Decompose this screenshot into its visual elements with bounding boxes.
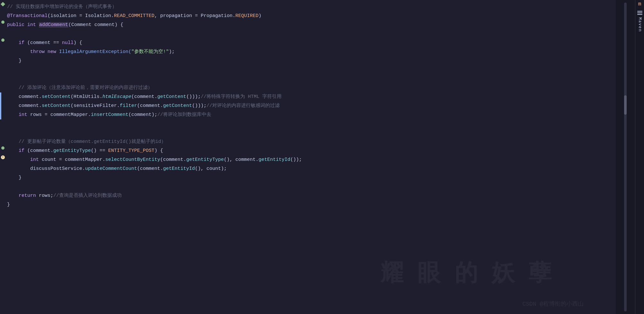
table-row: public int addComment(Comment comment) { <box>0 21 616 30</box>
line-content: discussPostService.updateCommentCount(co… <box>6 164 616 173</box>
line-content <box>6 119 616 121</box>
table-row <box>0 74 616 83</box>
line-content <box>6 65 616 67</box>
table-row: } <box>0 200 616 209</box>
gutter-icon <box>0 21 6 24</box>
scrollbar-track[interactable] <box>624 3 627 311</box>
table-row <box>0 128 616 137</box>
code-area[interactable]: 耀 眼 的 妖 孽 CSDN @程博衔的小西山 // 实现往数据库中增加评论的业… <box>0 0 616 314</box>
watermark-credit: CSDN @程博衔的小西山 <box>522 300 584 308</box>
line-content: // 更新帖子评论数量（comment.getEntityId()就是帖子的id… <box>6 137 616 146</box>
line-content: throw new IllegalArgumentException("参数不能… <box>6 48 616 57</box>
line-content: int rows = commentMapper.insertComment(c… <box>6 110 616 119</box>
table-row: ! int count = commentMapper.selectCountB… <box>0 155 616 164</box>
table-row: // 更新帖子评论数量（comment.getEntityId()就是帖子的id… <box>0 137 616 146</box>
gutter-icon <box>0 39 6 42</box>
table-row: } <box>0 173 616 182</box>
table-row: } <box>0 57 616 65</box>
line-content: public int addComment(Comment comment) { <box>6 21 616 30</box>
line-content: return rows;//查询是否插入评论到数据成功 <box>6 191 616 200</box>
scrollbar-thumb[interactable] <box>624 95 627 115</box>
line-content: // 实现往数据库中增加评论的业务（声明式事务） <box>6 3 616 12</box>
table-row <box>0 119 616 128</box>
line-content <box>6 30 616 31</box>
line-content: } <box>6 200 616 209</box>
line-content <box>6 128 616 130</box>
line-content <box>6 74 616 76</box>
table-row: discussPostService.updateCommentCount(co… <box>0 164 616 173</box>
table-row: comment.setContent(HtmlUtils.htmlEscape(… <box>0 92 616 101</box>
line-content: } <box>6 57 616 65</box>
line-content: // 添加评论（注意添加评论前，需要对评论的内容进行过滤） <box>6 83 616 92</box>
table-row <box>0 30 616 39</box>
line-content: comment.setContent(HtmlUtils.htmlEscape(… <box>6 92 616 101</box>
gutter-icon <box>0 146 6 150</box>
gutter-icon <box>0 3 6 6</box>
line-content <box>6 182 616 184</box>
gutter-icon: ! <box>0 155 6 159</box>
maven-menu-icon <box>637 11 642 15</box>
line-content: int count = commentMapper.selectCountByE… <box>6 155 616 164</box>
table-row: // 实现往数据库中增加评论的业务（声明式事务） <box>0 3 616 12</box>
line-content: comment.setContent(sensitiveFilter.filte… <box>6 101 616 110</box>
table-row: throw new IllegalArgumentException("参数不能… <box>0 48 616 57</box>
table-row: if (comment.getEntityType() == ENTITY_TY… <box>0 146 616 155</box>
line-content: if (comment == null) { <box>6 39 616 48</box>
table-row: // 添加评论（注意添加评论前，需要对评论的内容进行过滤） <box>0 83 616 92</box>
line-content: @Transactional(isolation = Isolation.REA… <box>6 12 616 21</box>
line-content: if (comment.getEntityType() == ENTITY_TY… <box>6 146 616 155</box>
table-row: comment.setContent(sensitiveFilter.filte… <box>0 101 616 110</box>
code-lines: // 实现往数据库中增加评论的业务（声明式事务）@Transactional(i… <box>0 0 616 212</box>
table-row: return rows;//查询是否插入评论到数据成功 <box>0 191 616 200</box>
table-row: @Transactional(isolation = Isolation.REA… <box>0 12 616 21</box>
maven-label[interactable]: Maven <box>638 15 642 35</box>
table-row: int rows = commentMapper.insertComment(c… <box>0 110 616 119</box>
scrollbar-panel[interactable] <box>616 0 635 314</box>
maven-sidebar[interactable]: m Maven <box>635 0 644 314</box>
watermark: 耀 眼 的 妖 孽 <box>380 257 552 288</box>
table-row: if (comment == null) { <box>0 39 616 48</box>
line-content: } <box>6 173 616 182</box>
table-row <box>0 65 616 74</box>
editor-container: 耀 眼 的 妖 孽 CSDN @程博衔的小西山 // 实现往数据库中增加评论的业… <box>0 0 644 314</box>
maven-icon: m <box>638 1 641 7</box>
table-row <box>0 182 616 191</box>
